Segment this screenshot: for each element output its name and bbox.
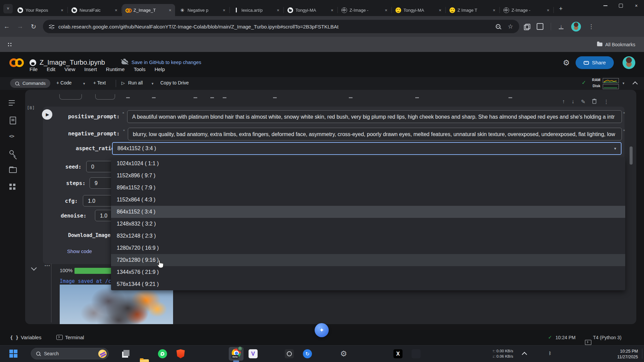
share-button[interactable]: Share xyxy=(576,56,614,69)
x-app-icon[interactable]: X xyxy=(393,349,402,358)
browser-tab[interactable]: lexica.art/p × xyxy=(230,4,283,16)
find-replace-icon[interactable] xyxy=(10,117,16,124)
menu-help[interactable]: Help xyxy=(155,66,165,72)
commands-button[interactable]: Commands xyxy=(10,79,50,88)
ram-usage-graph[interactable] xyxy=(603,78,619,83)
close-icon[interactable]: × xyxy=(437,7,443,13)
run-all-play-icon[interactable]: ▷ xyxy=(121,80,125,85)
dropdown-option[interactable]: 1024x1024 ( 1:1 ) xyxy=(111,158,625,170)
browser-tab[interactable]: Tongyi-MA × xyxy=(284,4,337,16)
ai-sparkle-button[interactable]: ✦ xyxy=(315,323,329,337)
close-icon[interactable]: × xyxy=(383,7,389,13)
show-desktop-sliver[interactable] xyxy=(642,349,642,359)
account-avatar[interactable] xyxy=(623,56,635,69)
move-cell-down-icon[interactable]: ↓ xyxy=(572,99,574,105)
browser-tab[interactable]: Z Image T × xyxy=(446,4,499,16)
minimize-button[interactable] xyxy=(598,0,613,11)
bookmark-star-icon[interactable]: ☆ xyxy=(508,23,513,30)
dropdown-option[interactable]: 896x1152 ( 7:9 ) xyxy=(111,182,625,194)
cell-more-options-icon[interactable]: ⋮ xyxy=(603,99,609,105)
browser-tab[interactable]: Tongyi-MA × xyxy=(392,4,445,16)
variables-button[interactable]: Variables xyxy=(21,335,41,340)
all-bookmarks-button[interactable]: All Bookmarks xyxy=(597,42,635,47)
zoom-out-icon[interactable] xyxy=(496,24,500,29)
copy-to-drive-button[interactable]: Copy to Drive xyxy=(160,80,189,85)
downloads-icon[interactable]: ↓ xyxy=(558,24,564,29)
close-icon[interactable]: × xyxy=(167,7,173,13)
menu-file[interactable]: File xyxy=(30,66,38,72)
menu-runtime[interactable]: Runtime xyxy=(106,66,125,72)
close-icon[interactable]: × xyxy=(221,7,227,13)
close-icon[interactable]: × xyxy=(491,7,497,13)
close-icon[interactable]: × xyxy=(275,7,281,13)
start-button-icon[interactable] xyxy=(9,350,17,358)
close-icon[interactable]: × xyxy=(329,7,335,13)
browser-tab[interactable]: NeuralFalc × xyxy=(68,4,121,16)
browser-tab[interactable]: Z-Image - × xyxy=(500,4,553,16)
dropdown-option-hovered[interactable]: 720x1280 ( 9:16 ) xyxy=(111,254,625,266)
profile-avatar[interactable] xyxy=(571,22,581,32)
run-all-button[interactable]: Run all xyxy=(128,80,143,85)
dropdown-option[interactable]: 1344x576 ( 21:9 ) xyxy=(111,266,625,278)
forward-icon[interactable]: → xyxy=(13,23,27,30)
taskbar-search[interactable]: Search xyxy=(31,348,109,359)
aspect-ratio-select[interactable]: 864x1152 ( 3:4 ) ▾ xyxy=(112,142,622,155)
resources-caret-icon[interactable]: ▾ xyxy=(623,81,625,85)
positive-prompt-input[interactable]: A beautiful woman with platinum blond ha… xyxy=(127,110,622,123)
dropdown-option[interactable]: 1280x720 ( 16:9 ) xyxy=(111,242,625,254)
reload-icon[interactable]: ↻ xyxy=(27,23,40,31)
restore-button[interactable] xyxy=(613,0,629,11)
tab-search-chevron-icon[interactable]: ˅ xyxy=(3,4,13,13)
tray-date[interactable]: 11/27/2025 xyxy=(600,354,638,360)
move-cell-up-icon[interactable]: ↑ xyxy=(562,99,565,105)
generated-image-preview[interactable] xyxy=(60,285,173,324)
url-text[interactable]: colab.research.google.com/github/NeuralF… xyxy=(58,24,492,29)
colab-logo-icon[interactable] xyxy=(9,58,25,68)
extensions-icon[interactable] xyxy=(537,23,543,30)
sync-app-icon[interactable]: ↻ xyxy=(303,349,312,358)
tab-groups-icon[interactable] xyxy=(524,24,529,29)
add-text-button[interactable]: + Text xyxy=(93,80,106,85)
apps-grid-icon[interactable] xyxy=(7,42,12,47)
site-settings-icon[interactable] xyxy=(49,24,54,28)
code-snippets-icon[interactable]: <> xyxy=(9,133,17,141)
close-window-button[interactable]: × xyxy=(629,0,644,11)
notebook-title[interactable]: Z_Image_Turbo.ipynb xyxy=(40,59,105,66)
address-bar[interactable]: colab.research.google.com/github/NeuralF… xyxy=(43,20,519,33)
close-icon[interactable]: × xyxy=(113,7,119,13)
save-in-github-link[interactable]: Save in GitHub to keep changes xyxy=(131,60,201,65)
browser-tab[interactable]: Z-Image - × xyxy=(338,4,391,16)
browser-tab[interactable]: ✳ Negative p × xyxy=(176,4,229,16)
v-browser-icon[interactable]: V xyxy=(249,349,258,358)
dropdown-option[interactable]: 576x1344 ( 9:21 ) xyxy=(111,278,625,290)
disk-usage-graph[interactable] xyxy=(603,84,619,89)
add-code-caret-icon[interactable]: ▾ xyxy=(83,81,85,86)
tray-time[interactable]: 10:25 PM xyxy=(600,349,638,354)
run-all-caret-icon[interactable]: ▾ xyxy=(152,81,154,86)
back-icon[interactable]: ← xyxy=(0,23,13,30)
scrollbar-thumb[interactable] xyxy=(630,146,633,165)
add-code-button[interactable]: + Code xyxy=(56,80,72,85)
show-code-link[interactable]: Show code xyxy=(67,248,92,254)
menu-tools[interactable]: Tools xyxy=(134,66,146,72)
dropdown-option-selected[interactable]: 864x1152 ( 3:4 ) xyxy=(111,206,625,218)
browser-tab[interactable]: Your Repos × xyxy=(14,4,67,16)
whatsapp-icon[interactable] xyxy=(158,349,167,358)
negative-prompt-input[interactable]: blurry, low quality, bad anatomy, extra … xyxy=(128,128,622,140)
dropdown-option[interactable]: 1152x896 ( 9:7 ) xyxy=(111,170,625,182)
dropdown-option[interactable]: 1248x832 ( 3:2 ) xyxy=(111,218,625,230)
menu-insert[interactable]: Insert xyxy=(84,66,97,72)
dropdown-option[interactable]: 1152x864 ( 4:3 ) xyxy=(111,194,625,206)
close-icon[interactable]: × xyxy=(545,7,551,13)
new-tab-button[interactable]: + xyxy=(556,4,566,13)
edit-cell-icon[interactable]: ✎ xyxy=(581,99,585,105)
runtime-type[interactable]: T4 (Python 3) xyxy=(593,335,622,340)
settings-gear-icon[interactable]: ⚙ xyxy=(563,58,570,67)
table-of-contents-icon[interactable] xyxy=(9,99,17,107)
output-options-icon[interactable]: ••• xyxy=(45,263,51,267)
dark-app-icon[interactable] xyxy=(412,349,421,358)
chrome-beta-active-slot[interactable]: Beta xyxy=(229,347,244,361)
task-view-icon[interactable] xyxy=(122,349,131,358)
browser-tab-active[interactable]: Z_Image_T × xyxy=(122,4,175,16)
camera-app-icon[interactable] xyxy=(285,349,294,358)
